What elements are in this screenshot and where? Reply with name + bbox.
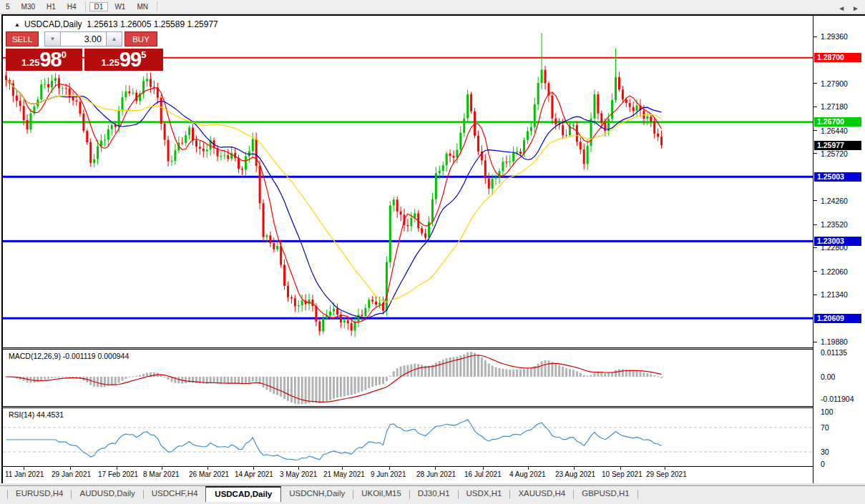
chart-tab-USDCHF-H4[interactable]: USDCHF,H4 bbox=[144, 486, 206, 500]
date-axis-label: 16 Jul 2021 bbox=[464, 470, 502, 478]
date-axis-tick bbox=[162, 467, 162, 470]
toolbar-tf-M30[interactable]: M30 bbox=[16, 2, 40, 11]
date-axis-tick bbox=[574, 467, 575, 470]
date-axis-label: 23 Aug 2021 bbox=[555, 470, 595, 478]
chart-tab-UKOil-M15[interactable]: UKOil,M15 bbox=[353, 486, 409, 500]
chevron-up-icon: ▲ bbox=[112, 36, 117, 42]
volume-increase-button[interactable]: ▲ bbox=[106, 31, 122, 46]
price-axis-tick bbox=[813, 83, 817, 84]
timeframe-toolbar: 5M30H1H4D1W1MN bbox=[0, 0, 865, 14]
sell-button[interactable]: SELL bbox=[6, 31, 39, 46]
buy-price-big-digits: 99 bbox=[119, 49, 141, 70]
rsi-chart[interactable] bbox=[3, 408, 813, 466]
horizontal-level-line[interactable] bbox=[3, 240, 813, 242]
date-axis-label: 17 Feb 2021 bbox=[98, 470, 138, 478]
tab-scrollers: ◄ ► bbox=[838, 4, 859, 12]
date-axis-tick bbox=[620, 467, 621, 470]
toolbar-separator bbox=[85, 1, 86, 11]
moving-average-line bbox=[6, 80, 662, 317]
chart-ohlc-values: 1.25613 1.26005 1.25589 1.25977 bbox=[87, 19, 218, 29]
chart-tab-bar: EURUSD,H4AUDUSD,DailyUSDCHF,H4USDCAD,Dai… bbox=[0, 485, 865, 504]
buy-price-prefix: 1.25 bbox=[102, 56, 119, 70]
rsi-axis-label: 100 bbox=[821, 407, 834, 416]
chart-tab-DJ30-H1[interactable]: DJ30,H1 bbox=[410, 486, 458, 500]
date-axis-label: 26 Mar 2021 bbox=[189, 470, 229, 478]
date-axis-label: 14 Apr 2021 bbox=[235, 470, 273, 478]
buy-button[interactable]: BUY bbox=[124, 31, 157, 46]
date-axis-tick bbox=[24, 467, 24, 470]
price-axis-label: 1.26440 bbox=[821, 127, 848, 135]
date-axis-label: 29 Jan 2021 bbox=[52, 470, 91, 478]
chart-tab-EURUSD-H4[interactable]: EURUSD,H4 bbox=[8, 486, 71, 500]
date-axis-tick bbox=[342, 467, 343, 470]
toolbar-tf-W1[interactable]: W1 bbox=[109, 2, 130, 11]
chart-tab-GBPUSD-H1[interactable]: GBPUSD,H1 bbox=[574, 486, 637, 500]
rsi-indicator-label: RSI(14) 44.4531 bbox=[9, 410, 64, 419]
rsi-panel-canvas[interactable] bbox=[3, 408, 813, 466]
price-level-badge[interactable]: 1.25003 bbox=[814, 172, 861, 182]
toolbar-tf-H1[interactable]: H1 bbox=[41, 2, 61, 11]
sell-price-display[interactable]: 1.25980 bbox=[6, 49, 82, 71]
horizontal-level-line[interactable] bbox=[3, 317, 813, 320]
chart-tab-USDCAD-Daily[interactable]: USDCAD,Daily bbox=[205, 486, 281, 502]
rsi-axis-label: 30 bbox=[821, 448, 829, 456]
price-level-badge[interactable]: 1.20609 bbox=[814, 314, 861, 323]
date-axis-label: 3 May 2021 bbox=[280, 470, 317, 478]
moving-average-line bbox=[6, 80, 662, 322]
tab-scroll-right-icon[interactable]: ► bbox=[852, 4, 859, 12]
date-axis-tick bbox=[528, 467, 529, 470]
date-axis-tick bbox=[298, 467, 299, 470]
price-axis-label: 1.27180 bbox=[821, 102, 848, 111]
toolbar-separator bbox=[157, 1, 157, 11]
date-axis-label: 4 Aug 2021 bbox=[509, 470, 546, 478]
tab-separator bbox=[637, 490, 638, 499]
price-axis-label: 1.21340 bbox=[821, 290, 848, 299]
chart-tab-XAUUSD-H4[interactable]: XAUUSD,H4 bbox=[510, 486, 573, 500]
chart-tab-USDCNH-Daily[interactable]: USDCNH,Daily bbox=[281, 486, 353, 500]
chart-title: ▲USDCAD,Daily 1.25613 1.26005 1.25589 1.… bbox=[14, 19, 218, 29]
horizontal-level-line[interactable] bbox=[3, 176, 813, 178]
chart-tab-AUDUSD-Daily[interactable]: AUDUSD,Daily bbox=[72, 486, 142, 500]
macd-axis-label: 0.01135 bbox=[821, 348, 847, 357]
price-axis-label: 1.23520 bbox=[821, 220, 848, 229]
price-axis-label: 1.24260 bbox=[821, 197, 848, 205]
sell-price-pip-digit: 0 bbox=[62, 50, 67, 59]
date-axis-tick bbox=[483, 467, 484, 470]
buy-price-display[interactable]: 1.25995 bbox=[84, 49, 163, 71]
date-axis-tick bbox=[117, 467, 117, 470]
date-axis-label: 8 Mar 2021 bbox=[143, 470, 180, 478]
sell-price-prefix: 1.25 bbox=[21, 56, 39, 70]
price-axis[interactable]: 1.293601.279001.271801.264401.257201.242… bbox=[813, 16, 865, 483]
price-axis-label: 1.27900 bbox=[821, 79, 848, 88]
volume-input[interactable] bbox=[61, 31, 106, 46]
macd-indicator-label: MACD(12,26,9) -0.001119 0.000944 bbox=[9, 352, 129, 360]
macd-axis-label: 0.00 bbox=[821, 372, 835, 381]
collapse-icon[interactable]: ▲ bbox=[14, 21, 20, 28]
volume-decrease-button[interactable]: ▼ bbox=[44, 31, 61, 46]
price-axis-tick bbox=[813, 107, 817, 107]
toolbar-tf-5[interactable]: 5 bbox=[1, 2, 15, 11]
price-level-badge[interactable]: 1.28700 bbox=[814, 53, 861, 62]
toolbar-tf-MN[interactable]: MN bbox=[132, 2, 153, 11]
date-axis-label: 10 Sep 2021 bbox=[602, 470, 642, 478]
buy-price-pip-digit: 5 bbox=[141, 50, 146, 59]
date-axis-tick bbox=[435, 467, 436, 470]
price-level-badge[interactable]: 1.23003 bbox=[814, 237, 861, 246]
price-axis-label: 1.29360 bbox=[821, 32, 848, 41]
tab-scroll-left-icon[interactable]: ◄ bbox=[838, 4, 845, 12]
price-axis-label: 1.25720 bbox=[821, 149, 848, 158]
toolbar-tf-D1[interactable]: D1 bbox=[89, 2, 109, 11]
date-axis-label: 21 May 2021 bbox=[323, 470, 365, 478]
horizontal-level-line[interactable] bbox=[3, 121, 813, 123]
price-axis-tick bbox=[813, 200, 817, 201]
chart-tab-USDX-H1[interactable]: USDX,H1 bbox=[459, 486, 510, 500]
price-level-badge[interactable]: 1.26700 bbox=[814, 117, 861, 127]
date-axis[interactable]: 11 Jan 202129 Jan 202117 Feb 20218 Mar 2… bbox=[3, 466, 813, 484]
price-axis-tick bbox=[813, 153, 817, 154]
date-axis-label: 11 Jan 2021 bbox=[5, 470, 44, 478]
toolbar-tf-H4[interactable]: H4 bbox=[62, 2, 82, 11]
date-axis-tick bbox=[253, 467, 254, 470]
date-axis-tick bbox=[665, 467, 665, 470]
rsi-line bbox=[6, 420, 662, 460]
price-axis-tick bbox=[813, 295, 817, 295]
